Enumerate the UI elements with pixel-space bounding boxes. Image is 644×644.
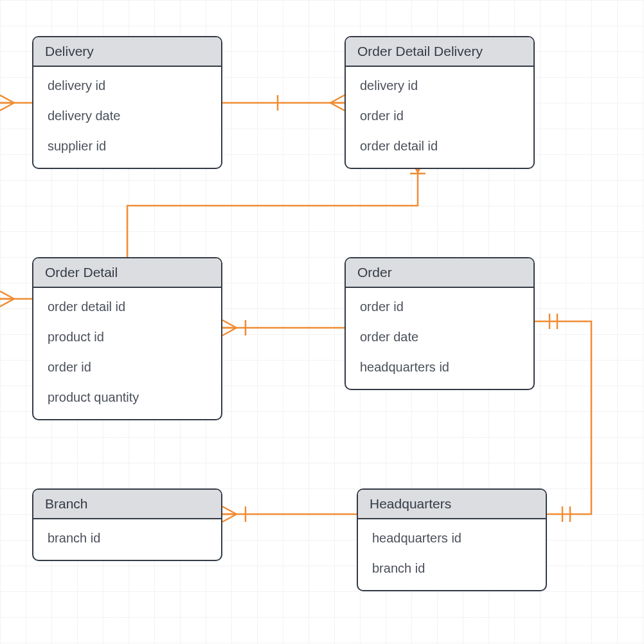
entity-branch[interactable]: Branch branch id (32, 488, 222, 561)
attr: supplier id (33, 131, 221, 161)
entity-order-detail-body: order detail id product id order id prod… (33, 288, 221, 419)
crowfoot-branch-right (222, 506, 237, 522)
entity-odd-title: Order Detail Delivery (346, 37, 533, 67)
attr: delivery date (33, 101, 221, 131)
entity-branch-title: Branch (33, 490, 221, 519)
entity-order[interactable]: Order order id order date headquarters i… (344, 257, 535, 390)
entity-order-detail[interactable]: Order Detail order detail id product id … (32, 257, 222, 420)
attr: order id (346, 292, 533, 322)
attr: order id (346, 101, 533, 131)
rel-order-to-hq (535, 321, 591, 514)
attr: delivery id (33, 71, 221, 101)
attr: delivery id (346, 71, 533, 101)
entity-headquarters[interactable]: Headquarters headquarters id branch id (357, 488, 547, 591)
rel-odd-to-orderdetail (127, 158, 418, 257)
crowfoot-orderdetail-offleft (0, 291, 14, 307)
entity-delivery-body: delivery id delivery date supplier id (33, 67, 221, 168)
attr: headquarters id (346, 352, 533, 382)
entity-odd-body: delivery id order id order detail id (346, 67, 533, 168)
entity-order-title: Order (346, 258, 533, 288)
attr: order detail id (33, 292, 221, 322)
entity-delivery[interactable]: Delivery delivery id delivery date suppl… (32, 36, 222, 169)
attr: order detail id (346, 131, 533, 161)
entity-hq-title: Headquarters (358, 490, 546, 519)
entity-branch-body: branch id (33, 519, 221, 560)
attr: order date (346, 322, 533, 352)
crowfoot-delivery-offleft (0, 95, 14, 111)
attr: branch id (33, 523, 221, 553)
attr: product id (33, 322, 221, 352)
entity-delivery-title: Delivery (33, 37, 221, 67)
entity-order-detail-title: Order Detail (33, 258, 221, 288)
attr: headquarters id (358, 523, 546, 553)
crowfoot-odd-left (330, 95, 344, 111)
entity-hq-body: headquarters id branch id (358, 519, 546, 590)
entity-order-detail-delivery[interactable]: Order Detail Delivery delivery id order … (344, 36, 535, 169)
attr: product quantity (33, 382, 221, 413)
attr: order id (33, 352, 221, 382)
entity-order-body: order id order date headquarters id (346, 288, 533, 389)
attr: branch id (358, 553, 546, 584)
crowfoot-orderdetail-right (222, 320, 237, 335)
